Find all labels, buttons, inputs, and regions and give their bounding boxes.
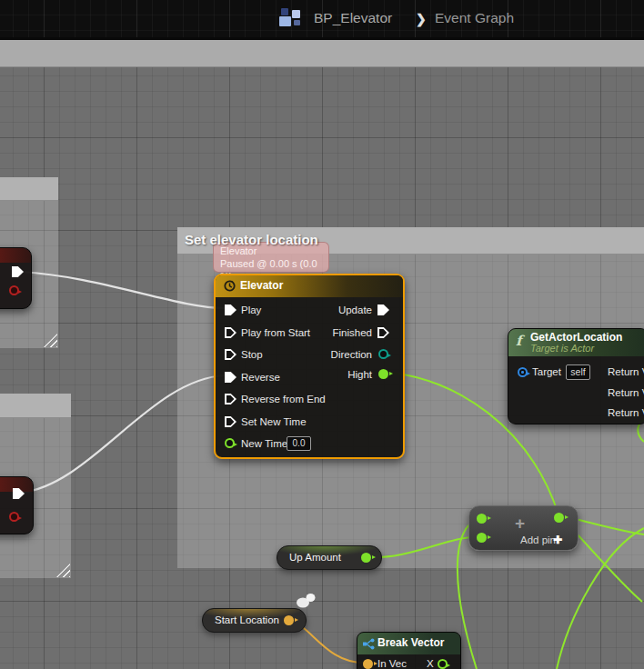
clock-icon: [224, 280, 236, 292]
x-output-pin[interactable]: [438, 659, 448, 669]
blueprint-icon: [279, 7, 303, 29]
breadcrumb-chevron-icon: ❯: [416, 9, 427, 29]
event-a-delegate-pin[interactable]: [9, 285, 19, 295]
getactorlocation-subtitle: Target is Actor: [530, 343, 594, 354]
hight-pin[interactable]: [378, 369, 388, 379]
event-node-b[interactable]: [0, 476, 34, 534]
new-time-label: New Time: [241, 437, 287, 450]
stop-label: Stop: [241, 348, 263, 361]
elevator-node-header[interactable]: Elevator: [216, 275, 403, 297]
return-value-label-2: Return Value: [608, 386, 644, 399]
variable-node-up-amount[interactable]: Up Amount: [277, 545, 382, 570]
comment-b-header[interactable]: [0, 394, 71, 418]
self-field[interactable]: self: [566, 364, 590, 380]
reverse-label: Reverse: [241, 371, 280, 384]
add-output-pin[interactable]: [554, 513, 564, 523]
hight-label: Hight: [347, 368, 372, 381]
add-input-pin-1[interactable]: [477, 514, 487, 524]
stop-pin[interactable]: [225, 349, 236, 360]
break-vector-header[interactable]: Break Vector: [357, 633, 460, 654]
set-new-time-label: Set New Time: [241, 415, 307, 428]
x-output-label: X: [427, 657, 434, 669]
return-value-label-1: Return Value: [608, 365, 644, 378]
break-vector-node[interactable]: Break Vector In Vec X: [357, 632, 461, 669]
add-operator-icon: +: [515, 514, 525, 534]
update-label: Update: [338, 304, 372, 316]
in-vec-label: In Vec: [377, 657, 407, 669]
getactorlocation-header[interactable]: f GetActorLocation Target is Actor: [508, 329, 644, 356]
up-amount-label: Up Amount: [289, 552, 341, 563]
add-pin-plus-icon[interactable]: ✚: [553, 534, 562, 546]
toolbar: BP_Elevator ❯ Event Graph: [0, 0, 644, 37]
play-from-start-pin[interactable]: [225, 327, 236, 338]
reverse-from-end-pin[interactable]: [225, 394, 236, 404]
event-b-delegate-pin[interactable]: [9, 512, 19, 522]
comment-banner-header[interactable]: [0, 40, 644, 67]
direction-label: Direction: [331, 348, 372, 361]
set-new-time-pin[interactable]: [225, 416, 236, 427]
break-struct-icon: [363, 638, 376, 650]
reverse-pin[interactable]: [225, 372, 236, 383]
start-location-label: Start Location: [215, 614, 279, 625]
play-from-start-label: Play from Start: [241, 326, 310, 339]
function-icon: f: [516, 333, 521, 349]
add-pin-button[interactable]: Add pin: [520, 534, 556, 545]
finished-label: Finished: [333, 326, 372, 339]
comment-banner-title: [0, 40, 644, 45]
in-vec-pin[interactable]: [363, 659, 373, 669]
direction-pin[interactable]: [378, 349, 388, 359]
up-amount-output-pin[interactable]: [361, 553, 371, 563]
breadcrumb-asset[interactable]: BP_Elevator: [314, 8, 392, 28]
comment-b-title: [0, 394, 71, 398]
target-pin[interactable]: [518, 367, 528, 377]
getactorlocation-title: GetActorLocation: [530, 331, 622, 344]
variable-node-start-location[interactable]: Start Location: [202, 608, 307, 633]
target-label: Target: [532, 365, 561, 378]
update-pin[interactable]: [377, 305, 389, 315]
comment-a-header[interactable]: [0, 177, 58, 201]
new-time-input[interactable]: 0.0: [287, 436, 311, 451]
blueprint-editor: Set elevator location Elevator Paused @ …: [0, 0, 644, 669]
play-pin[interactable]: [225, 305, 236, 315]
comment-a-title: [0, 177, 58, 182]
timeline-node-elevator[interactable]: Elevator Play Play from Start Stop Rever…: [214, 274, 405, 459]
event-node-a-header: [0, 248, 31, 263]
play-label: Play: [241, 304, 261, 316]
finished-pin[interactable]: [377, 327, 389, 338]
breadcrumb-graph[interactable]: Event Graph: [435, 8, 514, 28]
toolbar-divider: [0, 37, 644, 40]
start-location-output-pin[interactable]: [284, 615, 294, 625]
function-node-getactorlocation[interactable]: f GetActorLocation Target is Actor Targe…: [508, 328, 644, 424]
new-time-pin[interactable]: [225, 438, 235, 448]
add-node[interactable]: + Add pin ✚: [468, 505, 579, 551]
break-vector-title: Break Vector: [377, 636, 444, 649]
comment-bubble-icon[interactable]: [296, 593, 317, 609]
event-node-a[interactable]: [0, 247, 32, 309]
elevator-node-title: Elevator: [240, 279, 283, 292]
comment-set-elevator-title: Set elevator location: [177, 227, 644, 247]
reverse-from-end-label: Reverse from End: [241, 393, 326, 405]
return-value-label-3: Return Value: [608, 406, 644, 419]
add-input-pin-2[interactable]: [477, 533, 487, 543]
event-a-exec-output-pin[interactable]: [12, 266, 24, 277]
